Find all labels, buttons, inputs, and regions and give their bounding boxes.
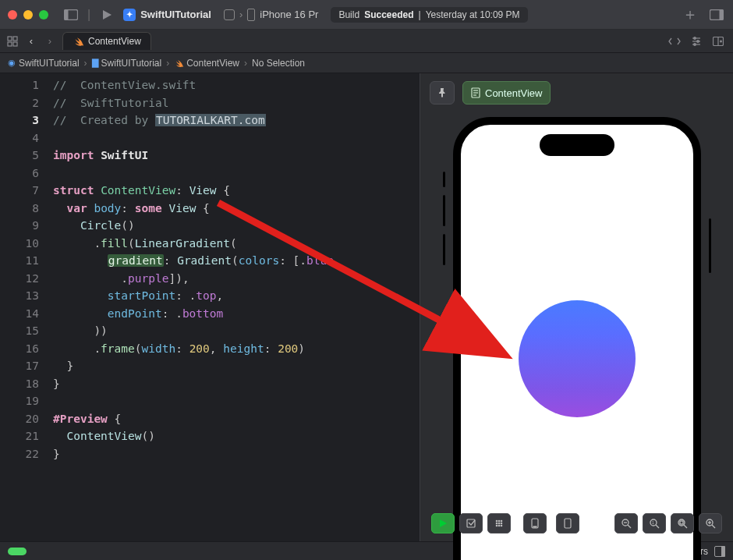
swift-file-icon [174,58,183,68]
build-time: Yesterday at 10:09 PM [426,9,520,20]
svg-rect-5 [8,37,12,41]
zoom-window-button[interactable] [39,10,48,19]
preview-doc-icon [471,87,480,98]
swift-file-icon [73,36,83,47]
svg-rect-4 [720,9,724,19]
run-button[interactable] [98,6,115,23]
adjust-editor-icon[interactable] [689,34,703,48]
build-label: Build [338,9,359,20]
folder-icon: ▇ [92,58,98,68]
dynamic-island [540,134,614,156]
chevron-right-icon: › [243,58,249,69]
target-device: iPhone 16 Pr [260,9,318,20]
minimize-window-button[interactable] [23,10,33,19]
toolbar-separator: | [87,8,90,22]
preview-top-bar: ContentView [420,73,733,112]
toggle-navigator-icon[interactable] [62,6,80,23]
svg-rect-7 [8,42,12,46]
svg-point-30 [498,520,501,523]
code-review-icon[interactable] [667,34,682,48]
device-icon [247,9,255,21]
svg-marker-2 [103,10,112,19]
svg-point-12 [694,37,696,39]
crumb-project[interactable]: SwiftUITutorial [19,58,80,69]
svg-rect-36 [565,519,571,528]
breadcrumb: ◉ SwiftUITutorial › ▇ SwiftUITutorial › … [0,53,733,73]
chevron-right-icon: › [165,58,171,69]
zoom-actual-button[interactable]: 1 [643,513,666,533]
svg-point-33 [501,523,503,525]
close-window-button[interactable] [8,10,17,19]
svg-point-26 [501,520,503,523]
project-name: SwiftUITutorial [140,9,211,20]
preview-device-settings-button[interactable] [523,513,547,533]
pin-preview-button[interactable] [430,81,455,105]
svg-point-14 [694,43,696,45]
zoom-out-button[interactable] [614,513,638,533]
chevron-right-icon: › [83,58,89,69]
toggle-bottom-panel-icon[interactable] [714,546,725,557]
svg-text:1: 1 [652,520,654,525]
app-target-icon [224,9,235,20]
preview-on-device-button[interactable] [556,513,579,533]
phone-side-button [709,218,711,273]
run-destination[interactable]: › iPhone 16 Pr [219,7,324,23]
app-icon: ✦ [123,9,136,21]
build-sep: | [419,9,421,20]
preview-variants-button[interactable] [487,513,511,533]
window-traffic-lights [8,10,48,19]
related-items-icon[interactable] [5,34,20,49]
preview-tab-contentview[interactable]: ContentView [462,81,551,105]
svg-point-27 [496,525,498,527]
build-result: Succeeded [364,9,413,20]
crumb-selection[interactable]: No Selection [252,58,305,69]
svg-rect-35 [533,526,536,527]
svg-point-13 [697,40,699,42]
svg-rect-8 [13,42,17,46]
project-icon: ◉ [8,58,16,68]
svg-rect-1 [65,9,69,19]
tab-nav: ‹ › [5,34,61,49]
phone-volume-up [443,195,445,226]
preview-canvas: ContentView [420,73,733,541]
svg-line-44 [684,525,687,528]
tab-label: ContentView [88,36,141,47]
svg-rect-6 [13,37,17,41]
preview-selectable-button[interactable] [459,513,483,533]
preview-live-button[interactable] [431,513,455,533]
line-number-gutter: 12345678910111213141516171819202122 [0,73,45,541]
tab-bar: ‹ › ContentView [0,30,733,53]
code-editor[interactable]: 12345678910111213141516171819202122 // C… [0,73,420,541]
chevron-right-icon: › [239,9,243,20]
svg-point-28 [501,525,503,527]
nav-back-button[interactable]: ‹ [23,34,39,49]
svg-line-38 [628,525,631,528]
svg-line-47 [712,525,715,528]
status-indicator[interactable] [8,548,27,555]
activity-view[interactable]: Build Succeeded | Yesterday at 10:09 PM [331,7,527,23]
svg-point-32 [496,523,498,525]
toggle-inspector-icon[interactable] [708,6,725,23]
svg-point-43 [678,519,685,526]
preview-toolbar: 1 [420,513,733,533]
preview-tab-label: ContentView [485,87,542,99]
svg-line-41 [656,525,659,528]
scheme-selector[interactable]: ✦ SwiftUITutorial [123,9,211,21]
code-area[interactable]: // ContentView.swift // SwiftTutorial //… [45,73,420,541]
svg-point-29 [498,523,501,525]
phone-volume-down [443,234,445,265]
iphone-frame [453,117,701,560]
preview-stage[interactable] [420,112,733,560]
editor-tab-contentview[interactable]: ContentView [62,32,151,50]
titlebar: | ✦ SwiftUITutorial › iPhone 16 Pr Build… [0,0,733,30]
add-icon[interactable]: ＋ [682,6,699,23]
main-area: 12345678910111213141516171819202122 // C… [0,73,733,541]
zoom-in-button[interactable] [699,513,722,533]
add-editor-icon[interactable] [711,34,725,48]
crumb-group[interactable]: SwiftUITutorial [101,58,162,69]
nav-forward-button[interactable]: › [42,34,58,49]
rendered-gradient-circle [519,300,636,417]
zoom-fit-button[interactable] [671,513,694,533]
crumb-file[interactable]: ContentView [186,58,239,69]
phone-silent-switch [443,172,445,187]
